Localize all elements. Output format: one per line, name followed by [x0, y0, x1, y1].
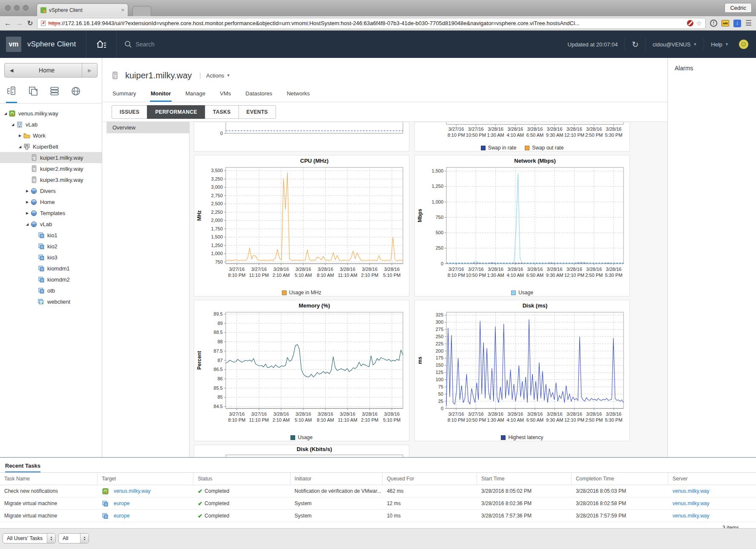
close-tab-icon[interactable]: ×	[121, 7, 124, 13]
storage-icon[interactable]	[49, 86, 60, 103]
collapsed-arrow-icon[interactable]: ▶	[24, 200, 30, 204]
home-menu-button[interactable]	[86, 40, 116, 49]
new-tab-button[interactable]	[132, 6, 151, 16]
download-extension-icon[interactable]: ↓	[733, 20, 741, 27]
collapsed-arrow-icon[interactable]: ▶	[24, 211, 30, 215]
svg-text:5:10 AM: 5:10 AM	[295, 273, 312, 278]
tree-item-divers[interactable]: ▶Divers	[0, 185, 102, 196]
tab-monitor[interactable]: Monitor	[150, 90, 172, 102]
global-search[interactable]: Search	[117, 40, 561, 48]
browser-profile-button[interactable]: Cedric	[724, 3, 752, 13]
subtab-issues[interactable]: ISSUES	[112, 105, 147, 119]
tree-item-kiomdm2[interactable]: kiomdm2	[0, 274, 102, 285]
forward-button[interactable]: →	[16, 19, 23, 28]
address-bar[interactable]: https://172.16.16.149:9443/ui/#?extensio…	[37, 18, 705, 29]
tab-manage[interactable]: Manage	[184, 90, 206, 102]
collapsed-arrow-icon[interactable]: ▶	[24, 189, 30, 193]
svg-text:6:50 AM: 6:50 AM	[526, 132, 543, 138]
tree-item-kuiper3-milky-way[interactable]: kuiper3.milky.way	[0, 174, 102, 185]
expanded-arrow-icon[interactable]: ◢	[24, 222, 30, 226]
subtab-events[interactable]: EVENTS	[239, 105, 276, 119]
tree-item-otb[interactable]: otb	[0, 285, 102, 296]
feedback-smiley-icon[interactable]: ☺	[739, 40, 748, 49]
tree-item-kio3[interactable]: kio3	[0, 252, 102, 263]
task-user-filter-select[interactable]: All Users' Tasks ▲▼	[3, 533, 56, 543]
expanded-arrow-icon[interactable]: ◢	[3, 112, 9, 115]
target-link[interactable]: venus.milky.way	[114, 488, 150, 494]
tree-item-kuiper2-milky-way[interactable]: kuiper2.milky.way	[0, 163, 102, 174]
tree-item-kio2[interactable]: kio2	[0, 241, 102, 252]
table-row[interactable]: Migrate virtual machineeurope✔CompletedS…	[0, 497, 756, 510]
tree-item-webclient[interactable]: webclient	[0, 296, 102, 307]
svg-text:Disk (ms): Disk (ms)	[523, 302, 548, 309]
column-header-completion-time[interactable]: Completion Time	[572, 473, 668, 485]
nav-forward-icon[interactable]: ▶	[82, 63, 97, 77]
swap-top-left-chart: 0	[194, 122, 409, 152]
hosts-and-clusters-icon[interactable]	[6, 86, 17, 103]
column-header-start-time[interactable]: Start Time	[477, 473, 572, 485]
subtab-tasks[interactable]: TASKS	[205, 105, 239, 119]
tab-networks[interactable]: Networks	[286, 90, 310, 102]
tree-item-work[interactable]: ▶Work	[0, 130, 102, 141]
vms-and-templates-icon[interactable]	[28, 86, 38, 103]
expanded-arrow-icon[interactable]: ◢	[17, 145, 23, 149]
navigator-home-button[interactable]: ◀Home ▶	[4, 63, 98, 78]
server-link[interactable]: venus.milky.way	[673, 513, 709, 519]
minimize-window-icon[interactable]	[14, 5, 20, 11]
tab-vms[interactable]: VMs	[219, 90, 232, 102]
browser-menu-icon[interactable]: ☰	[745, 19, 752, 28]
legend-item-swap-in-rate: Swap in rate	[481, 145, 517, 151]
window-controls[interactable]	[5, 5, 29, 11]
networking-icon[interactable]	[71, 86, 81, 103]
tree-item-kio1[interactable]: kio1	[0, 230, 102, 241]
tree-item-kiomdm1[interactable]: kiomdm1	[0, 263, 102, 274]
url-https-struck: https	[48, 20, 60, 26]
nav-back-icon[interactable]: ◀	[10, 68, 13, 73]
task-type-filter-select[interactable]: All ▲▼	[58, 533, 89, 543]
sab-extension-icon[interactable]: sab	[722, 20, 729, 26]
zoom-window-icon[interactable]	[23, 5, 29, 11]
back-button[interactable]: ←	[4, 19, 11, 28]
collapsed-arrow-icon[interactable]: ▶	[17, 134, 23, 138]
bookmark-star-icon[interactable]: ☆	[696, 20, 701, 27]
column-header-initiator[interactable]: Initiator	[290, 473, 383, 485]
server-link[interactable]: venus.milky.way	[673, 488, 709, 494]
close-window-icon[interactable]	[5, 5, 11, 11]
help-menu[interactable]: Help▼	[704, 41, 736, 48]
column-header-task-name[interactable]: Task Name	[0, 473, 98, 485]
column-header-status[interactable]: Status	[193, 473, 290, 485]
column-header-server[interactable]: Server	[668, 473, 756, 485]
tab-datastores[interactable]: Datastores	[244, 90, 273, 102]
tree-item-vlab[interactable]: ◢vLab	[0, 218, 102, 230]
vmware-logo: vm	[6, 37, 21, 52]
info-extension-icon[interactable]: !	[710, 20, 717, 27]
tree-item-templates[interactable]: ▶Templates	[0, 207, 102, 218]
expanded-arrow-icon[interactable]: ◢	[10, 123, 16, 126]
server-cell: venus.milky.way	[668, 497, 756, 509]
tree-item-venus-milky-way[interactable]: ◢venus.milky.way	[0, 108, 102, 119]
tree-item-kuiperbelt[interactable]: ◢KuiperBelt	[0, 141, 102, 152]
tree-item-home[interactable]: ▶Home	[0, 196, 102, 207]
table-row[interactable]: Check new notificationsvenus.milky.way✔C…	[0, 485, 756, 497]
tab-summary[interactable]: Summary	[112, 90, 137, 102]
column-header-target[interactable]: Target	[98, 473, 193, 485]
browser-tab[interactable]: vSphere Client ×	[37, 3, 128, 16]
tree-item-kuiper1-milky-way[interactable]: kuiper1.milky.way	[0, 152, 102, 163]
target-link[interactable]: europe	[114, 500, 129, 506]
url-text[interactable]: https://172.16.16.149:9443/ui/#?extensio…	[48, 20, 684, 26]
svg-text:Disk (Kbits/s): Disk (Kbits/s)	[296, 446, 332, 452]
reload-button[interactable]: ↻	[27, 19, 33, 27]
refresh-button[interactable]: ↻	[625, 40, 645, 49]
nav-item-overview[interactable]: Overview	[106, 122, 189, 133]
tree-item-vlab[interactable]: ◢vLab	[0, 119, 102, 130]
user-menu[interactable]: cldou@VENUS▼	[646, 41, 704, 48]
column-header-queued-for[interactable]: Queued For	[382, 473, 477, 485]
recent-tasks-tab[interactable]: Recent Tasks	[5, 463, 40, 473]
content-blocked-icon[interactable]	[687, 20, 693, 26]
server-link[interactable]: venus.milky.way	[673, 500, 709, 506]
insecure-page-icon[interactable]	[41, 20, 46, 26]
actions-menu[interactable]: Actions▼	[206, 72, 230, 79]
table-row[interactable]: Migrate virtual machineeurope✔CompletedS…	[0, 510, 756, 522]
subtab-performance[interactable]: PERFORMANCE	[147, 105, 205, 119]
target-link[interactable]: europe	[114, 513, 129, 519]
